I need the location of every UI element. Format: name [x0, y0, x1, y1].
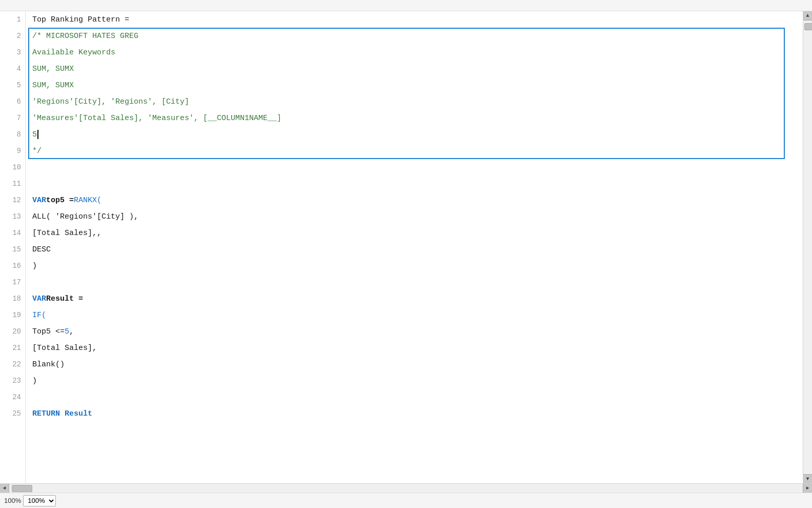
code-line-18[interactable]: VAR Result = — [28, 290, 803, 307]
vertical-scrollbar: ▲ ▼ — [803, 11, 812, 483]
code-token: */ — [32, 147, 42, 155]
line-number-19: 19 — [0, 307, 25, 323]
code-token: ALL( 'Regions'[City] ), — [32, 212, 138, 221]
code-token: Blank() — [32, 360, 65, 369]
line-number-17: 17 — [0, 274, 25, 290]
line-number-7: 7 — [0, 110, 25, 126]
scroll-up-button[interactable]: ▲ — [803, 11, 813, 21]
code-line-8[interactable]: 5 — [28, 126, 803, 143]
code-line-4[interactable]: SUM, SUMX — [28, 61, 803, 77]
code-token: , — [69, 327, 74, 336]
line-number-2: 2 — [0, 28, 25, 44]
scroll-thumb-horizontal[interactable] — [12, 485, 32, 492]
footer-bar: 100% 100% 75% 125% 150% — [0, 493, 812, 508]
line-number-1: 1 — [0, 11, 25, 28]
code-token: 'Regions'[City], 'Regions', [City] — [32, 97, 189, 106]
code-content[interactable]: Top Ranking Pattern =/* MICROSOFT HATES … — [28, 11, 803, 483]
code-token: RETURN Result — [32, 409, 92, 418]
code-line-14[interactable]: [Total Sales],, — [28, 225, 803, 241]
line-number-21: 21 — [0, 340, 25, 356]
scroll-track-vertical[interactable] — [803, 21, 812, 474]
line-number-3: 3 — [0, 44, 25, 61]
code-token: ) — [32, 262, 37, 270]
code-token: ) — [32, 377, 37, 385]
code-token: IF( — [32, 311, 46, 320]
scroll-right-button[interactable]: ► — [803, 484, 812, 493]
code-line-16[interactable]: ) — [28, 258, 803, 274]
horizontal-scrollbar: ◄ ► — [0, 483, 812, 493]
code-token: [Total Sales],, — [32, 229, 102, 238]
line-number-25: 25 — [0, 405, 25, 422]
line-number-4: 4 — [0, 61, 25, 77]
code-line-25[interactable]: RETURN Result — [28, 405, 803, 422]
code-token: Top Ranking Pattern = — [32, 15, 129, 24]
code-line-21[interactable]: [Total Sales], — [28, 340, 803, 356]
code-line-1[interactable]: Top Ranking Pattern = — [28, 11, 803, 28]
editor-container: 1234567891011121314151617181920212223242… — [0, 0, 812, 508]
code-token: 5 — [32, 130, 37, 139]
scroll-track-horizontal[interactable] — [9, 484, 803, 493]
scroll-thumb-vertical[interactable] — [804, 23, 812, 30]
line-number-22: 22 — [0, 356, 25, 373]
line-number-14: 14 — [0, 225, 25, 241]
code-line-15[interactable]: DESC — [28, 241, 803, 258]
code-area[interactable]: 1234567891011121314151617181920212223242… — [0, 11, 803, 483]
code-line-3[interactable]: Available Keywords — [28, 44, 803, 61]
code-token: 5 — [65, 327, 69, 336]
code-line-9[interactable]: */ — [28, 143, 803, 159]
line-number-18: 18 — [0, 290, 25, 307]
code-token: Available Keywords — [32, 48, 115, 57]
code-line-7[interactable]: 'Measures'[Total Sales], 'Measures', [__… — [28, 110, 803, 126]
code-token: [Total Sales], — [32, 344, 97, 353]
line-number-16: 16 — [0, 258, 25, 274]
editor-header — [0, 0, 812, 11]
code-token: DESC — [32, 245, 51, 254]
scroll-left-button[interactable]: ◄ — [0, 484, 9, 493]
code-line-22[interactable]: Blank() — [28, 356, 803, 373]
code-token: Result = — [46, 295, 83, 303]
line-number-6: 6 — [0, 93, 25, 110]
code-token: SUM, SUMX — [32, 81, 74, 90]
line-number-10: 10 — [0, 159, 25, 175]
code-token: top5 = — [46, 196, 74, 205]
code-line-6[interactable]: 'Regions'[City], 'Regions', [City] — [28, 93, 803, 110]
code-token: /* MICROSOFT HATES GREG — [32, 32, 138, 41]
line-number-5: 5 — [0, 77, 25, 93]
editor-main: 1234567891011121314151617181920212223242… — [0, 11, 812, 483]
line-number-23: 23 — [0, 373, 25, 389]
line-number-13: 13 — [0, 208, 25, 225]
code-line-10[interactable] — [28, 159, 803, 175]
code-line-24[interactable] — [28, 389, 803, 405]
code-token: VAR — [32, 295, 46, 303]
code-line-12[interactable]: VAR top5 = RANKX( — [28, 192, 803, 208]
code-line-11[interactable] — [28, 175, 803, 192]
code-line-23[interactable]: ) — [28, 373, 803, 389]
line-number-24: 24 — [0, 389, 25, 405]
line-number-20: 20 — [0, 323, 25, 340]
code-line-13[interactable]: ALL( 'Regions'[City] ), — [28, 208, 803, 225]
code-token: VAR — [32, 196, 46, 205]
zoom-dropdown[interactable]: 100% 75% 125% 150% — [23, 495, 56, 506]
zoom-label: 100% — [4, 497, 21, 504]
code-line-17[interactable] — [28, 274, 803, 290]
line-numbers: 1234567891011121314151617181920212223242… — [0, 11, 26, 483]
line-number-11: 11 — [0, 175, 25, 192]
code-line-19[interactable]: IF( — [28, 307, 803, 323]
line-number-12: 12 — [0, 192, 25, 208]
code-token: Top5 <= — [32, 327, 65, 336]
scroll-down-button[interactable]: ▼ — [803, 474, 813, 483]
line-number-8: 8 — [0, 126, 25, 143]
line-number-9: 9 — [0, 143, 25, 159]
code-line-2[interactable]: /* MICROSOFT HATES GREG — [28, 28, 803, 44]
code-token: RANKX( — [74, 196, 102, 205]
code-line-20[interactable]: Top5 <= 5, — [28, 323, 803, 340]
line-number-15: 15 — [0, 241, 25, 258]
code-line-5[interactable]: SUM, SUMX — [28, 77, 803, 93]
code-token: SUM, SUMX — [32, 65, 74, 73]
code-token: 'Measures'[Total Sales], 'Measures', [__… — [32, 114, 281, 123]
text-cursor — [37, 130, 38, 139]
